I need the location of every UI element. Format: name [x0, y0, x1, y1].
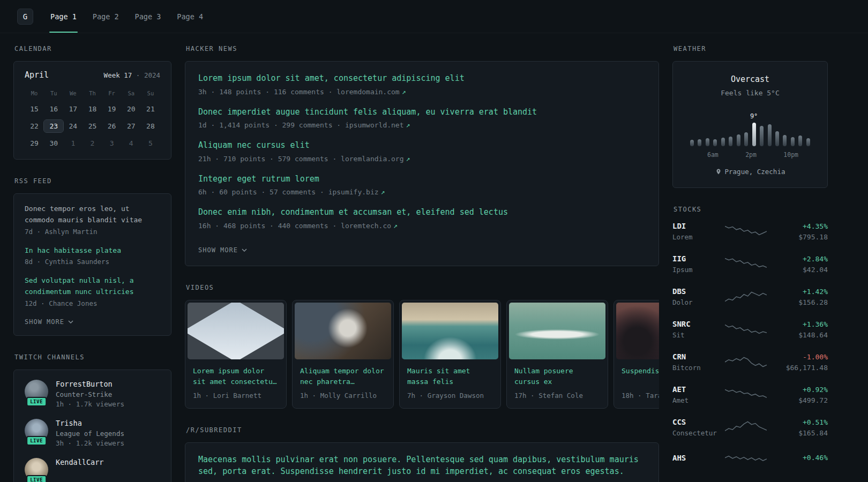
- calendar-day: 5: [141, 137, 160, 149]
- weather-bar: [768, 124, 772, 146]
- stock-name: Lorem: [672, 233, 725, 241]
- weather-hourly-chart: 9°: [684, 113, 817, 146]
- live-badge: LIVE: [26, 436, 47, 446]
- hn-title-link[interactable]: Lorem ipsum dolor sit amet, consectetur …: [198, 72, 646, 85]
- stock-ticker: LDI: [672, 222, 725, 230]
- stock-name: Sit: [672, 331, 725, 339]
- weather-bar: [737, 134, 740, 146]
- hn-domain-link[interactable]: loremtech.co↗: [341, 222, 398, 230]
- weather-widget: WEATHER Overcast Feels like 5°C: [672, 45, 828, 188]
- rss-item-title[interactable]: Donec tempor eros leo, ut commodo mauris…: [25, 204, 160, 226]
- video-card[interactable]: Suspendisse diam 18h · Tara: [613, 300, 659, 409]
- stock-name: Consectetur: [672, 429, 725, 437]
- stock-price: $148.64: [767, 331, 828, 339]
- app-logo[interactable]: G: [17, 9, 33, 25]
- chevron-down-icon: [242, 248, 247, 252]
- page-tab[interactable]: Page 4: [176, 0, 204, 33]
- video-thumbnail: [509, 303, 605, 359]
- external-link-icon: ↗: [381, 188, 385, 196]
- stock-sparkline: [725, 450, 767, 468]
- weather-bar: [775, 131, 779, 146]
- twitch-channel[interactable]: LIVE Trisha League of Legends 3h · 1.2k …: [25, 419, 160, 447]
- rss-item[interactable]: Donec tempor eros leo, ut commodo mauris…: [25, 204, 160, 236]
- weather-condition: Overcast: [684, 74, 817, 84]
- stock-ticker: AET: [672, 385, 725, 394]
- stock-row[interactable]: AET Amet +0.92% $499.72: [672, 385, 828, 404]
- stock-row[interactable]: DBS Dolor +1.42% $156.28: [672, 287, 828, 306]
- twitch-card: LIVE ForrestBurton Counter-Strike 1h · 1…: [13, 370, 171, 482]
- stocks-list: LDI Lorem +4.35% $795.18 IIG Ipsum: [672, 222, 828, 468]
- weather-bar: [713, 139, 717, 146]
- twitch-channel[interactable]: LIVE KendallCarr: [25, 458, 160, 481]
- show-more-button[interactable]: SHOW MORE: [198, 246, 247, 254]
- stock-sparkline: [725, 255, 767, 273]
- hn-domain-link[interactable]: loremlandia.org↗: [341, 155, 410, 163]
- hn-title-link[interactable]: Donec imperdiet augue tincidunt felis al…: [198, 106, 646, 118]
- stock-ticker: SNRC: [672, 320, 725, 328]
- stocks-header: STOCKS: [674, 206, 828, 213]
- weather-time-label: 10pm: [783, 151, 798, 159]
- stock-ticker: IIG: [672, 254, 725, 263]
- hn-item-meta: 16h · 468 points · 440 comments ·: [198, 222, 341, 230]
- video-meta: 7h · Grayson Dawson: [407, 391, 493, 400]
- video-card[interactable]: Mauris sit amet massa felis 7h · Grayson…: [399, 300, 501, 409]
- rss-item-title[interactable]: In hac habitasse platea: [25, 245, 160, 257]
- video-title[interactable]: Suspendisse diam: [622, 366, 659, 388]
- rss-item[interactable]: Sed volutpat nulla nisl, a condimentum n…: [25, 275, 160, 307]
- channel-name[interactable]: ForrestBurton: [56, 380, 124, 388]
- video-card[interactable]: Aliquam tempor dolor nec pharetra… 1h · …: [292, 300, 394, 409]
- calendar-day: 24: [63, 120, 83, 132]
- hn-title-link[interactable]: Donec enim nibh, condimentum et accumsan…: [198, 206, 646, 219]
- video-thumbnail: [295, 303, 391, 359]
- subreddit-title-link[interactable]: Maecenas mollis pulvinar erat non posuer…: [198, 454, 646, 478]
- video-title[interactable]: Mauris sit amet massa felis: [407, 366, 493, 388]
- stock-row[interactable]: CCS Consectetur +0.51% $165.84: [672, 418, 828, 437]
- hn-domain-link[interactable]: ipsumworld.net↗: [345, 121, 410, 129]
- video-card[interactable]: Lorem ipsum dolor sit amet consectetu… 1…: [185, 300, 287, 409]
- stock-ticker: DBS: [672, 287, 725, 296]
- stock-row[interactable]: SNRC Sit +1.36% $148.64: [672, 320, 828, 339]
- external-link-icon: ↗: [406, 121, 410, 129]
- rss-item-title[interactable]: Sed volutpat nulla nisl, a condimentum n…: [25, 275, 160, 298]
- weather-bar: 9°: [752, 123, 756, 146]
- stock-row[interactable]: CRN Bitcorn -1.00% $66,171.48: [672, 352, 828, 372]
- video-card[interactable]: Nullam posuere cursus ex 17h · Stefan Co…: [506, 300, 608, 409]
- rss-item[interactable]: In hac habitasse platea 8d · Cynthia Sau…: [25, 245, 160, 266]
- page-tab[interactable]: Page 2: [92, 0, 120, 33]
- stock-row[interactable]: IIG Ipsum +2.84% $42.04: [672, 254, 828, 274]
- twitch-channel[interactable]: LIVE ForrestBurton Counter-Strike 1h · 1…: [25, 380, 160, 408]
- calendar-day: 17: [63, 103, 83, 115]
- chevron-down-icon: [68, 320, 73, 323]
- stock-name: Amet: [672, 396, 725, 404]
- stock-price: $66,171.48: [767, 364, 828, 372]
- weather-bar: [698, 139, 701, 146]
- show-more-button[interactable]: SHOW MORE: [25, 318, 73, 326]
- calendar-day: 22: [25, 120, 44, 132]
- stock-price: $795.18: [767, 233, 828, 241]
- channel-meta: 3h · 1.2k viewers: [56, 439, 124, 447]
- stock-row[interactable]: LDI Lorem +4.35% $795.18: [672, 222, 828, 241]
- location-pin-icon: [715, 168, 722, 175]
- calendar-day: 3: [102, 137, 122, 149]
- video-title[interactable]: Aliquam tempor dolor nec pharetra…: [300, 366, 386, 388]
- stock-row[interactable]: AHS +0.46%: [672, 450, 828, 468]
- avatar-wrap: LIVE: [25, 458, 48, 481]
- live-badge: LIVE: [26, 397, 47, 406]
- hn-title-link[interactable]: Integer eget rutrum lorem: [198, 173, 646, 185]
- channel-name[interactable]: KendallCarr: [56, 458, 103, 466]
- video-title[interactable]: Lorem ipsum dolor sit amet consectetu…: [193, 366, 279, 388]
- channel-meta: 1h · 1.7k viewers: [56, 400, 124, 408]
- dashboard: CALENDAR April Week 17 · 2024 Mo Tu: [13, 33, 828, 482]
- hn-domain-link[interactable]: loremdomain.com↗: [336, 88, 406, 96]
- page-tab[interactable]: Page 3: [134, 0, 162, 33]
- calendar-day-name: Sa: [122, 88, 141, 98]
- calendar-day-name: Fr: [102, 88, 122, 98]
- hn-domain-link[interactable]: ipsumify.biz↗: [328, 188, 385, 196]
- calendar-day-name: Mo: [25, 88, 44, 98]
- video-title[interactable]: Nullam posuere cursus ex: [514, 366, 600, 388]
- channel-name[interactable]: Trisha: [56, 419, 124, 427]
- hn-title-link[interactable]: Aliquam nec cursus elit: [198, 139, 646, 152]
- calendar-day: 26: [102, 120, 122, 132]
- subreddit-post: Maecenas mollis pulvinar erat non posuer…: [198, 454, 646, 482]
- page-tab[interactable]: Page 1: [49, 0, 78, 33]
